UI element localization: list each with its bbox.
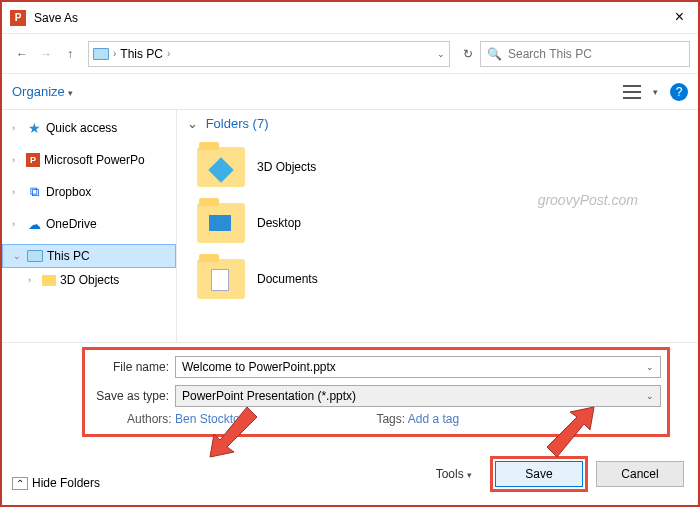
expand-icon[interactable]: [12, 187, 22, 197]
help-icon[interactable]: ?: [670, 83, 688, 101]
sidebar-item-label: Microsoft PowerPo: [44, 153, 145, 167]
folder-icon: [197, 203, 245, 243]
sidebar-item-label: This PC: [47, 249, 90, 263]
folder-label: Documents: [257, 272, 318, 286]
tools-menu[interactable]: Tools ▾: [436, 467, 472, 481]
sidebar-item-label: Quick access: [46, 121, 117, 135]
folder-icon: [197, 259, 245, 299]
sidebar-item-label: Dropbox: [46, 185, 91, 199]
sidebar-item-powerpoint[interactable]: P Microsoft PowerPo: [2, 148, 176, 172]
folder-label: 3D Objects: [257, 160, 316, 174]
sidebar-item-quick-access[interactable]: ★ Quick access: [2, 116, 176, 140]
sidebar-item-dropbox[interactable]: ⧉ Dropbox: [2, 180, 176, 204]
expand-icon[interactable]: [12, 219, 22, 229]
chevron-down-icon[interactable]: ⌄: [646, 362, 654, 372]
chevron-down-icon[interactable]: ⌄: [646, 391, 654, 401]
annotation-highlight-box: File name: Welcome to PowerPoint.pptx ⌄ …: [82, 347, 670, 437]
dropbox-icon: ⧉: [26, 184, 42, 200]
search-placeholder: Search This PC: [508, 47, 592, 61]
refresh-button[interactable]: ↻: [456, 42, 480, 66]
folders-group-header[interactable]: ⌄ Folders (7): [187, 116, 688, 131]
sidebar-item-onedrive[interactable]: ☁ OneDrive: [2, 212, 176, 236]
chevron-icon: ›: [167, 48, 170, 59]
pc-icon: [27, 250, 43, 262]
savetype-dropdown[interactable]: PowerPoint Presentation (*.pptx) ⌄: [175, 385, 661, 407]
main-pane: ⌄ Folders (7) 3D Objects Desktop Documen…: [177, 110, 698, 342]
filename-value: Welcome to PowerPoint.pptx: [182, 360, 336, 374]
folder-icon: [197, 147, 245, 187]
savetype-label: Save as type:: [91, 389, 175, 403]
star-icon: ★: [26, 120, 42, 136]
sidebar-item-label: 3D Objects: [60, 273, 119, 287]
save-button[interactable]: Save: [495, 461, 583, 487]
collapse-icon[interactable]: [13, 251, 23, 261]
savetype-value: PowerPoint Presentation (*.pptx): [182, 389, 356, 403]
toolbar: Organize ▾ ▾ ?: [2, 74, 698, 110]
organize-menu[interactable]: Organize ▾: [12, 84, 73, 99]
cancel-button[interactable]: Cancel: [596, 461, 684, 487]
sidebar-item-this-pc[interactable]: This PC: [2, 244, 176, 268]
sidebar: ★ Quick access P Microsoft PowerPo ⧉ Dro…: [2, 110, 177, 342]
hide-folders-button[interactable]: ⌃ Hide Folders: [12, 476, 100, 490]
watermark-text: groovyPost.com: [538, 192, 638, 208]
titlebar: P Save As ×: [2, 2, 698, 34]
tags-label: Tags:: [376, 412, 405, 426]
folder-item-3d-objects[interactable]: 3D Objects: [187, 139, 688, 195]
close-icon[interactable]: ×: [675, 8, 684, 26]
navigation-bar: ← → ↑ › This PC › ⌄ ↻ 🔍 Search This PC: [2, 34, 698, 74]
bottom-panel: File name: Welcome to PowerPoint.pptx ⌄ …: [2, 342, 698, 502]
breadcrumb-location[interactable]: This PC: [120, 47, 163, 61]
search-input[interactable]: 🔍 Search This PC: [480, 41, 690, 67]
chevron-down-icon[interactable]: ▾: [653, 87, 658, 97]
search-icon: 🔍: [487, 47, 502, 61]
back-button[interactable]: ←: [10, 42, 34, 66]
up-button[interactable]: ↑: [58, 42, 82, 66]
onedrive-icon: ☁: [26, 216, 42, 232]
chevron-down-icon[interactable]: ⌄: [437, 49, 445, 59]
folder-icon: [42, 275, 56, 286]
sidebar-item-label: OneDrive: [46, 217, 97, 231]
chevron-down-icon: ▾: [467, 470, 472, 480]
chevron-down-icon: ⌄: [187, 116, 198, 131]
powerpoint-logo-icon: P: [10, 10, 26, 26]
forward-button[interactable]: →: [34, 42, 58, 66]
expand-icon[interactable]: [28, 275, 38, 285]
pc-icon: [93, 48, 109, 60]
filename-label: File name:: [91, 360, 175, 374]
expand-icon[interactable]: [12, 155, 22, 165]
chevron-up-icon: ⌃: [12, 477, 28, 490]
tags-value[interactable]: Add a tag: [408, 412, 459, 426]
chevron-down-icon: ▾: [68, 88, 73, 98]
window-title: Save As: [34, 11, 78, 25]
annotation-highlight-save: Save: [490, 456, 588, 492]
breadcrumb[interactable]: › This PC › ⌄: [88, 41, 450, 67]
folder-item-documents[interactable]: Documents: [187, 251, 688, 307]
expand-icon[interactable]: [12, 123, 22, 133]
filename-input[interactable]: Welcome to PowerPoint.pptx ⌄: [175, 356, 661, 378]
view-options-icon[interactable]: [623, 85, 641, 99]
chevron-icon: ›: [113, 48, 116, 59]
sidebar-item-3d-objects[interactable]: 3D Objects: [2, 268, 176, 292]
authors-value[interactable]: Ben Stockton: [175, 412, 246, 426]
body: ★ Quick access P Microsoft PowerPo ⧉ Dro…: [2, 110, 698, 342]
authors-label: Authors:: [127, 412, 172, 426]
folder-label: Desktop: [257, 216, 301, 230]
powerpoint-icon: P: [26, 153, 40, 167]
